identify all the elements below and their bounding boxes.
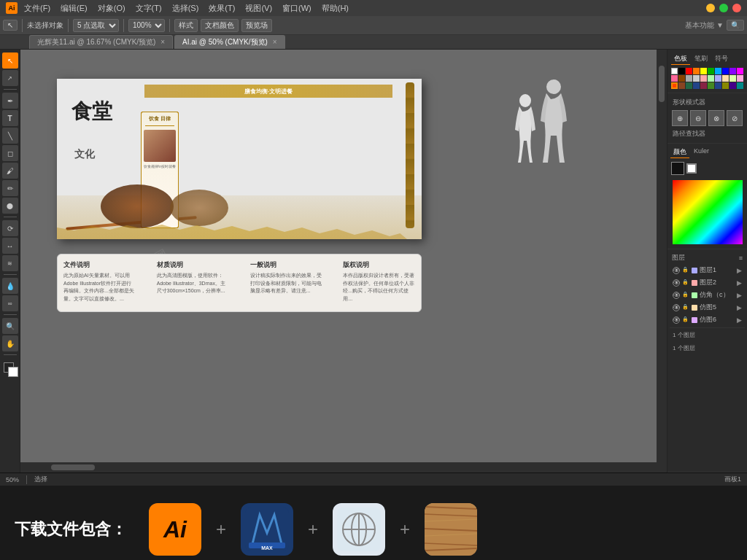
menu-effect[interactable]: 效果(T) xyxy=(205,3,239,14)
tab-kuler[interactable]: Kuler xyxy=(691,147,712,158)
layer-eye-2[interactable]: 👁 xyxy=(673,279,680,287)
tab-brushes[interactable]: 笔刷 xyxy=(692,53,711,65)
swatch-red[interactable] xyxy=(686,68,692,74)
minimize-button[interactable] xyxy=(706,4,715,12)
toolbar-arrow[interactable]: ↖ xyxy=(3,20,18,31)
swatch-lightgreen[interactable] xyxy=(708,75,714,82)
menu-text[interactable]: 文字(T) xyxy=(132,3,166,14)
swatch-darkblue[interactable] xyxy=(693,82,700,89)
swatch-darkred[interactable] xyxy=(700,82,707,89)
menu-help[interactable]: 帮助(H) xyxy=(318,3,352,14)
swatch-gray[interactable] xyxy=(686,75,692,82)
tool-blob[interactable]: ⬤ xyxy=(2,198,18,214)
tool-eyedropper[interactable]: 💧 xyxy=(2,278,18,294)
fill-color-box[interactable] xyxy=(671,162,684,175)
menu-select[interactable]: 选择(S) xyxy=(169,3,203,14)
layer-eye-5[interactable]: 👁 xyxy=(673,316,680,324)
layer-lock-2[interactable]: 🔒 xyxy=(682,279,689,287)
layer-eye-1[interactable]: 👁 xyxy=(673,267,680,274)
tool-paintbrush[interactable]: 🖌 xyxy=(2,163,18,179)
layer-eye-4[interactable]: 👁 xyxy=(673,304,680,311)
tool-warp[interactable]: ≋ xyxy=(2,255,18,271)
swatch-orange[interactable] xyxy=(693,68,700,74)
swatch-pink[interactable] xyxy=(671,75,678,82)
swatch-darkbrown[interactable] xyxy=(678,82,685,89)
tool-pencil[interactable]: ✏ xyxy=(2,180,18,196)
layer-item-3[interactable]: 👁 🔒 仿角（c） ▶ xyxy=(670,289,745,301)
swatch-brown[interactable] xyxy=(678,75,685,82)
swatch-navy[interactable] xyxy=(715,82,721,89)
swatch-yellow[interactable] xyxy=(700,68,707,74)
pathfinder-intersect[interactable]: ⊗ xyxy=(708,110,724,126)
menu-window[interactable]: 窗口(W) xyxy=(279,3,315,14)
swatch-cyan[interactable] xyxy=(715,68,721,74)
tool-pen[interactable]: ✒ xyxy=(2,93,18,109)
tool-scale[interactable]: ↔ xyxy=(2,238,18,254)
tool-hand[interactable]: ✋ xyxy=(2,335,18,351)
tool-text[interactable]: T xyxy=(2,110,18,126)
layer-item-2[interactable]: 👁 🔒 图层2 ▶ xyxy=(670,276,745,289)
stroke-color-box[interactable] xyxy=(686,163,697,174)
pathfinder-minus[interactable]: ⊖ xyxy=(690,110,706,126)
menu-object[interactable]: 对象(O) xyxy=(94,3,129,14)
layers-menu-btn[interactable]: ≡ xyxy=(739,254,743,262)
tool-blend[interactable]: ∞ xyxy=(2,295,18,311)
tool-rotate[interactable]: ⟳ xyxy=(2,220,18,236)
toolbar-preview-btn[interactable]: 预览场 xyxy=(241,19,272,32)
swatch-white[interactable] xyxy=(671,68,678,74)
layer-item-4[interactable]: 👁 🔒 仿图5 ▶ xyxy=(670,301,745,314)
tab-close-2[interactable]: × xyxy=(273,38,277,46)
tab-swatches[interactable]: 色板 xyxy=(671,53,690,65)
swatch-green[interactable] xyxy=(708,68,714,74)
swatch-peach[interactable] xyxy=(722,75,729,82)
pathfinder-exclude[interactable]: ⊘ xyxy=(727,110,743,126)
toolbar-search-btn[interactable]: 🔍 xyxy=(727,20,744,31)
swatch-rose[interactable] xyxy=(737,75,743,82)
menu-edit[interactable]: 编辑(E) xyxy=(57,3,91,14)
toolbar-style-btn[interactable]: 样式 xyxy=(174,19,198,32)
swatch-lightgray[interactable] xyxy=(693,75,700,82)
swatch-darkpurple[interactable] xyxy=(729,82,736,89)
swatch-blue[interactable] xyxy=(722,68,729,74)
maximize-button[interactable] xyxy=(719,4,728,12)
swatch-teal[interactable] xyxy=(737,82,743,89)
horizontal-scrollbar[interactable] xyxy=(20,462,667,472)
swatch-lightblue[interactable] xyxy=(715,75,721,82)
tool-rect[interactable]: ◻ xyxy=(2,145,18,161)
swatch-black[interactable] xyxy=(678,68,685,74)
swatch-darkgreen[interactable] xyxy=(686,82,692,89)
h-scroll-thumb[interactable] xyxy=(51,464,95,470)
swatch-darkyellow[interactable] xyxy=(722,82,729,89)
pathfinder-unite[interactable]: ⊕ xyxy=(672,110,688,126)
tool-zoom[interactable]: 🔍 xyxy=(2,318,18,334)
tab-file1[interactable]: 光辉美11.ai @ 16.67% (CMYK/预览) × xyxy=(29,35,173,49)
layer-eye-3[interactable]: 👁 xyxy=(673,292,680,299)
vertical-scrollbar[interactable] xyxy=(657,50,667,462)
canvas-area[interactable]: 觅知网 觅知网 觅知网 觅知网 食堂 文化 膳食均衡·文明进餐 xyxy=(20,50,667,472)
tab-symbols[interactable]: 符号 xyxy=(712,53,731,65)
layer-item-1[interactable]: 👁 🔒 图层1 ▶ xyxy=(670,264,745,276)
swatch-purple[interactable] xyxy=(729,68,736,74)
fill-stroke-selector[interactable] xyxy=(2,359,18,380)
tab-color[interactable]: 颜色 xyxy=(670,147,689,158)
layer-lock-3[interactable]: 🔒 xyxy=(682,292,689,299)
layer-lock-5[interactable]: 🔒 xyxy=(682,316,689,324)
menu-file[interactable]: 文件(F) xyxy=(20,3,54,14)
toolbar-opacity-select[interactable]: 100% xyxy=(128,19,165,32)
v-scroll-thumb[interactable] xyxy=(659,66,665,102)
swatch-lime[interactable] xyxy=(729,75,736,82)
layer-item-5[interactable]: 👁 🔒 仿图6 ▶ xyxy=(670,314,745,326)
swatch-magenta[interactable] xyxy=(737,68,743,74)
toolbar-point-select[interactable]: 5 点选取 xyxy=(73,19,119,32)
menu-view[interactable]: 视图(V) xyxy=(241,3,276,14)
tool-direct-select[interactable]: ↗ xyxy=(2,70,18,86)
swatch-lightpink[interactable] xyxy=(700,75,707,82)
tool-select[interactable]: ↖ xyxy=(2,52,18,69)
close-button[interactable] xyxy=(732,4,741,12)
swatch-active[interactable] xyxy=(671,82,678,89)
swatch-olive[interactable] xyxy=(708,82,714,89)
tab-close-1[interactable]: × xyxy=(160,38,165,46)
tab-file2[interactable]: AI.ai @ 50% (CMYK/预览) × xyxy=(174,35,285,49)
layer-lock-4[interactable]: 🔒 xyxy=(682,304,689,311)
toolbar-docconfig-btn[interactable]: 文档颜色 xyxy=(201,19,239,32)
